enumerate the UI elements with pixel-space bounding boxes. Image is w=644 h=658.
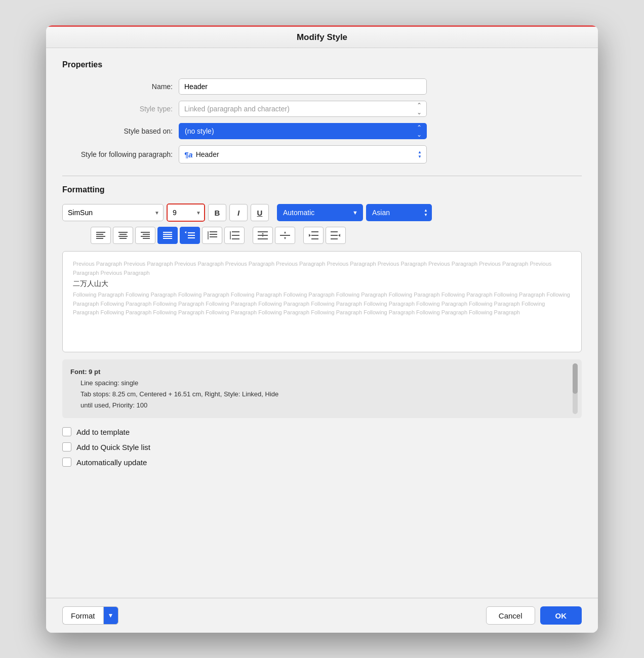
- svg-marker-40: [309, 234, 311, 237]
- auto-update-checkbox[interactable]: [62, 458, 71, 467]
- add-template-checkbox[interactable]: [62, 427, 71, 436]
- svg-rect-5: [119, 234, 127, 235]
- format-dropdown-arrow-icon: ▼: [108, 612, 114, 619]
- svg-rect-43: [331, 238, 338, 239]
- add-quick-checkbox[interactable]: [62, 442, 71, 451]
- style-based-select[interactable]: (no style): [179, 123, 427, 139]
- svg-rect-34: [280, 235, 290, 236]
- svg-rect-27: [232, 238, 239, 239]
- condense-button[interactable]: [275, 227, 295, 244]
- svg-rect-7: [119, 238, 127, 239]
- properties-divider: [62, 176, 582, 176]
- svg-rect-25: [232, 231, 239, 232]
- following-select[interactable]: ¶a Header: [179, 145, 427, 163]
- svg-rect-1: [96, 234, 103, 235]
- condense-icon: [280, 231, 290, 239]
- svg-marker-32: [262, 233, 264, 234]
- svg-rect-8: [141, 232, 150, 233]
- decrease-indent-icon: [308, 231, 318, 239]
- style-type-select[interactable]: Linked (paragraph and character): [179, 101, 427, 117]
- modify-style-dialog: Modify Style Properties Name: Style type…: [46, 25, 598, 633]
- svg-rect-12: [163, 232, 172, 233]
- svg-rect-41: [331, 231, 338, 232]
- svg-rect-13: [163, 234, 172, 235]
- italic-button[interactable]: I: [229, 204, 248, 221]
- dialog-body: Properties Name: Style type: Linked (par…: [46, 48, 598, 598]
- format-dropdown-button[interactable]: ▼: [103, 606, 118, 625]
- following-label: Style for following paragraph:: [62, 150, 179, 158]
- double-spacing-button[interactable]: [202, 227, 222, 244]
- align-left-button[interactable]: [91, 227, 111, 244]
- svg-rect-16: [188, 232, 195, 233]
- svg-marker-20: [185, 231, 186, 233]
- preview-previous-text: Previous Paragraph Previous Paragraph Pr…: [73, 260, 571, 277]
- line-spacing-icon: [185, 231, 195, 239]
- svg-marker-33: [262, 235, 264, 237]
- svg-rect-11: [143, 238, 150, 239]
- format-button[interactable]: Format: [62, 606, 103, 625]
- description-line2: Line spacing: single: [70, 378, 574, 389]
- align-center-icon: [118, 232, 128, 239]
- svg-rect-2: [96, 236, 105, 237]
- scrollbar-thumb[interactable]: [573, 363, 578, 394]
- add-quick-row: Add to Quick Style list: [62, 442, 582, 451]
- asian-select[interactable]: Asian: [366, 204, 432, 221]
- formatting-toolbar-row1: SimSun ▼ 9 ▼ B I U: [62, 203, 582, 222]
- onehalf-spacing-button[interactable]: [224, 227, 245, 244]
- scrollbar-track[interactable]: [573, 363, 578, 414]
- color-select[interactable]: Automatic: [277, 204, 363, 221]
- svg-rect-15: [163, 238, 172, 239]
- asian-select-wrapper: Asian ▲ ▼: [366, 204, 432, 221]
- justify-button[interactable]: [157, 227, 178, 244]
- color-select-wrapper: Automatic ▼: [277, 204, 363, 221]
- description-line1: Font: 9 pt: [70, 366, 574, 378]
- align-right-button[interactable]: [135, 227, 155, 244]
- properties-title: Properties: [62, 60, 582, 69]
- formatting-title: Formatting: [62, 185, 582, 194]
- svg-rect-4: [118, 232, 128, 233]
- add-quick-label: Add to Quick Style list: [76, 443, 150, 451]
- svg-rect-31: [258, 238, 268, 239]
- font-select[interactable]: SimSun: [62, 204, 164, 221]
- distribute-icon: [258, 231, 268, 239]
- line-spacing-button[interactable]: [180, 227, 200, 244]
- preview-current-text: 二万人山大: [73, 279, 571, 289]
- following-value: Header: [196, 150, 219, 158]
- svg-rect-6: [118, 236, 128, 237]
- svg-rect-38: [311, 235, 318, 236]
- style-based-row: Style based on: (no style) ⌃⌄: [62, 123, 582, 139]
- name-row: Name:: [62, 78, 582, 95]
- svg-rect-29: [258, 231, 268, 232]
- paragraph-icon: ¶a: [184, 150, 193, 159]
- increase-indent-button[interactable]: [326, 227, 346, 244]
- style-type-row: Style type: Linked (paragraph and charac…: [62, 101, 582, 117]
- style-based-label: Style based on:: [62, 127, 179, 135]
- align-center-button[interactable]: [113, 227, 133, 244]
- add-template-label: Add to template: [76, 428, 130, 436]
- svg-marker-35: [284, 231, 286, 233]
- ok-button[interactable]: OK: [540, 606, 582, 625]
- svg-rect-14: [163, 236, 172, 237]
- properties-section: Properties Name: Style type: Linked (par…: [62, 60, 582, 163]
- svg-rect-3: [96, 238, 103, 239]
- font-size-select[interactable]: 9: [168, 204, 204, 221]
- formatting-section: Formatting SimSun ▼ 9 ▼: [62, 185, 582, 418]
- auto-update-label: Automatically update: [76, 458, 147, 467]
- following-select-wrapper: ¶a Header ▲ ▼: [179, 145, 427, 163]
- bold-button[interactable]: B: [208, 204, 226, 221]
- decrease-indent-button[interactable]: [303, 227, 324, 244]
- svg-rect-22: [210, 234, 217, 235]
- preview-box: Previous Paragraph Previous Paragraph Pr…: [62, 251, 582, 352]
- underline-button[interactable]: U: [251, 204, 269, 221]
- svg-rect-23: [210, 236, 217, 237]
- onehalf-spacing-icon: [229, 231, 239, 239]
- style-type-label: Style type:: [62, 105, 179, 113]
- preview-following-text: Following Paragraph Following Paragraph …: [73, 291, 571, 317]
- cancel-button[interactable]: Cancel: [486, 606, 535, 625]
- font-select-wrapper: SimSun ▼: [62, 204, 164, 221]
- following-paragraph-row: Style for following paragraph: ¶a Header…: [62, 145, 582, 163]
- name-input[interactable]: [179, 78, 427, 95]
- description-line4: until used, Priority: 100: [70, 400, 574, 411]
- style-based-select-wrapper: (no style) ⌃⌄: [179, 123, 427, 139]
- distribute-button[interactable]: [253, 227, 273, 244]
